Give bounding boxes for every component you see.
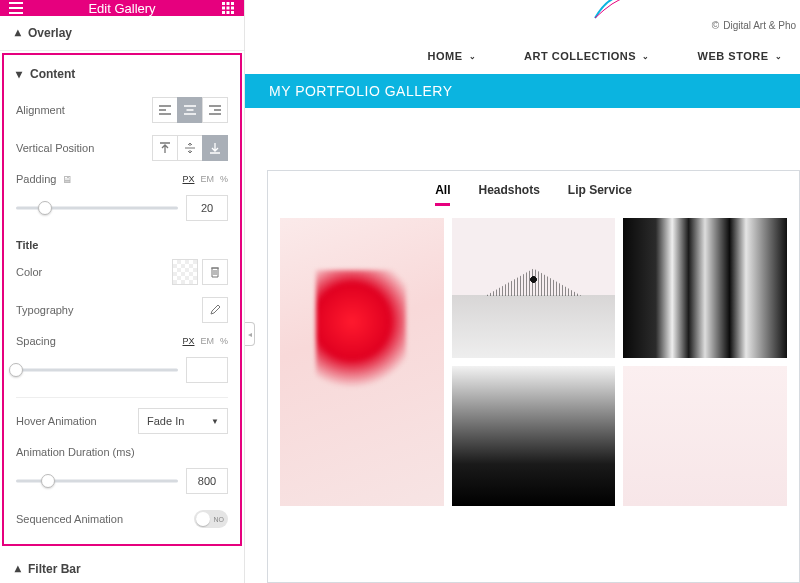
animation-duration-slider-row: 800 [4,464,240,504]
sequenced-state: NO [214,516,225,523]
padding-slider-row: 20 [4,191,240,231]
padding-slider[interactable] [16,201,178,215]
sidebar-title: Edit Gallery [88,1,155,16]
gallery-item[interactable] [623,366,787,506]
nav-web-store[interactable]: WEB STORE⌄ [698,50,782,62]
svg-rect-8 [231,11,234,14]
control-sequenced: Sequenced Animation NO [4,504,240,534]
control-hover-animation: Hover Animation Fade In ▼ [4,402,240,440]
unit-em[interactable]: EM [200,174,214,184]
unit-px[interactable]: PX [182,174,194,184]
logo-icon [590,0,630,28]
vertical-position-label: Vertical Position [16,142,94,154]
gallery-item[interactable] [452,218,616,358]
svg-rect-6 [222,11,225,14]
responsive-icon[interactable]: 🖥 [62,174,72,185]
chevron-right-icon: ▸ [10,566,24,572]
editor-sidebar: Edit Gallery ▸ Overlay ▾ Content Alignme… [0,0,245,583]
section-content[interactable]: ▾ Content [4,55,240,91]
sidebar-header: Edit Gallery [0,0,244,16]
section-filter-bar-label: Filter Bar [28,562,81,576]
padding-value[interactable]: 20 [186,195,228,221]
animation-duration-label: Animation Duration (ms) [16,446,135,458]
section-filter-bar[interactable]: ▸ Filter Bar [0,552,244,583]
sequenced-label: Sequenced Animation [16,513,123,525]
color-global-icon[interactable] [172,259,198,285]
chevron-down-icon: ⌄ [775,52,783,61]
svg-rect-5 [231,7,234,10]
padding-label: Padding [16,173,56,185]
chevron-down-icon: ▾ [16,67,22,81]
page-banner-title: MY PORTFOLIO GALLERY [269,83,453,99]
control-vertical-position: Vertical Position [4,129,240,167]
control-spacing-header: Spacing PX EM % [4,329,240,353]
animation-duration-slider[interactable] [16,474,178,488]
alignment-buttons [152,97,228,123]
chevron-down-icon: ⌄ [469,52,477,61]
svg-rect-3 [222,7,225,10]
copyright-icon: © [712,20,719,31]
gallery-grid [268,218,799,506]
hamburger-icon[interactable] [8,0,24,16]
svg-rect-1 [226,2,229,5]
chevron-down-icon: ▼ [211,417,219,426]
gallery-item[interactable] [280,218,444,506]
alignment-label: Alignment [16,104,65,116]
apps-grid-icon[interactable] [220,0,236,16]
vertical-position-buttons [152,135,228,161]
gallery-item[interactable] [452,366,616,506]
spacing-units: PX EM % [182,336,228,346]
gallery-widget: All Headshots Lip Service [267,170,800,583]
section-overlay-label: Overlay [28,26,72,40]
valign-bottom-button[interactable] [202,135,228,161]
preview-pane: © Digital Art & Pho HOME⌄ ART COLLECTION… [245,0,800,583]
padding-units: PX EM % [182,174,228,184]
unit-pct[interactable]: % [220,174,228,184]
control-animation-duration: Animation Duration (ms) [4,440,240,464]
section-overlay[interactable]: ▸ Overlay [0,16,244,51]
valign-top-button[interactable] [152,135,178,161]
svg-rect-0 [222,2,225,5]
spacing-unit-pct[interactable]: % [220,336,228,346]
nav-home[interactable]: HOME⌄ [428,50,477,62]
color-label: Color [16,266,42,278]
spacing-slider[interactable] [16,363,178,377]
site-nav: HOME⌄ ART COLLECTIONS⌄ WEB STORE⌄ [245,44,800,68]
animation-duration-value[interactable]: 800 [186,468,228,494]
spacing-unit-px[interactable]: PX [182,336,194,346]
gallery-filter-bar: All Headshots Lip Service [268,183,799,218]
typography-edit-icon[interactable] [202,297,228,323]
valign-middle-button[interactable] [177,135,203,161]
color-clear-icon[interactable] [202,259,228,285]
sequenced-toggle[interactable]: NO [194,510,228,528]
nav-art-collections[interactable]: ART COLLECTIONS⌄ [524,50,650,62]
align-left-button[interactable] [152,97,178,123]
hover-animation-label: Hover Animation [16,415,97,427]
chevron-down-icon: ⌄ [642,52,650,61]
gallery-item[interactable] [623,218,787,358]
svg-rect-4 [226,7,229,10]
section-content-label: Content [30,67,75,81]
svg-rect-7 [226,11,229,14]
page-banner: MY PORTFOLIO GALLERY [245,74,800,108]
chevron-right-icon: ▸ [10,30,24,36]
spacing-value[interactable] [186,357,228,383]
hover-animation-select[interactable]: Fade In ▼ [138,408,228,434]
spacing-slider-row [4,353,240,393]
filter-lip-service[interactable]: Lip Service [568,183,632,206]
hover-animation-value: Fade In [147,415,184,427]
control-padding-header: Padding 🖥 PX EM % [4,167,240,191]
spacing-label: Spacing [16,335,56,347]
copyright-text: © Digital Art & Pho [712,20,800,31]
title-subsection: Title [4,231,240,253]
control-typography: Typography [4,291,240,329]
svg-rect-2 [231,2,234,5]
filter-all[interactable]: All [435,183,450,206]
section-content-panel: ▾ Content Alignment Vertical Position [2,53,242,546]
align-right-button[interactable] [202,97,228,123]
align-center-button[interactable] [177,97,203,123]
control-color: Color [4,253,240,291]
spacing-unit-em[interactable]: EM [200,336,214,346]
filter-headshots[interactable]: Headshots [478,183,539,206]
typography-label: Typography [16,304,73,316]
